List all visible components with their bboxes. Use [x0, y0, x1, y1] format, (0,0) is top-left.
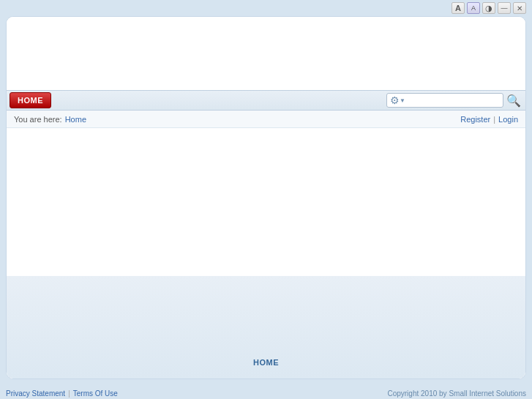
lower-section: HOME: [7, 276, 525, 379]
minimize-icon: —: [501, 4, 508, 12]
auth-separator: |: [493, 115, 495, 124]
login-link[interactable]: Login: [498, 115, 518, 124]
footer-left: Privacy Statement | Terms Of Use: [6, 389, 118, 398]
font-small-label: A: [471, 4, 476, 12]
contrast-icon: ◑: [485, 4, 492, 13]
top-toolbar: A A ◑ — ✕: [0, 0, 532, 16]
register-link[interactable]: Register: [460, 115, 490, 124]
minimize-btn[interactable]: —: [498, 2, 511, 14]
auth-links: Register | Login: [460, 115, 518, 124]
footer-home-link[interactable]: HOME: [253, 358, 279, 367]
page-footer: Privacy Statement | Terms Of Use Copyrig…: [0, 385, 532, 398]
search-input-wrap: ⚙ ▼: [386, 93, 503, 108]
search-button[interactable]: 🔍: [505, 92, 522, 109]
copyright-text: Copyright 2010 by Small Internet Solutio…: [387, 389, 526, 398]
privacy-link[interactable]: Privacy Statement: [6, 389, 65, 398]
footer-separator: |: [68, 389, 70, 398]
main-card: HOME ⚙ ▼ 🔍 You are here: Home Register |…: [6, 16, 526, 379]
content-area: HOME: [7, 128, 525, 379]
banner-area: [7, 17, 525, 90]
contrast-btn[interactable]: ◑: [482, 2, 495, 14]
main-content: [7, 128, 525, 276]
breadcrumb-prefix: You are here:: [14, 115, 62, 124]
font-large-btn[interactable]: A: [452, 2, 465, 14]
nav-home-button[interactable]: HOME: [10, 92, 51, 108]
breadcrumb-home-link[interactable]: Home: [65, 115, 86, 124]
font-small-btn[interactable]: A: [467, 2, 480, 14]
terms-link[interactable]: Terms Of Use: [73, 389, 118, 398]
search-container: ⚙ ▼ 🔍: [386, 92, 522, 109]
breadcrumb-bar: You are here: Home Register | Login: [7, 111, 525, 128]
close-icon: ✕: [517, 4, 522, 12]
font-large-label: A: [455, 4, 461, 12]
close-btn[interactable]: ✕: [513, 2, 526, 14]
breadcrumb: You are here: Home: [14, 115, 86, 124]
search-icon: 🔍: [506, 94, 521, 107]
search-category-icon[interactable]: ⚙: [390, 94, 400, 106]
nav-bar: HOME ⚙ ▼ 🔍: [7, 90, 525, 111]
search-dropdown-arrow-icon[interactable]: ▼: [400, 97, 405, 104]
